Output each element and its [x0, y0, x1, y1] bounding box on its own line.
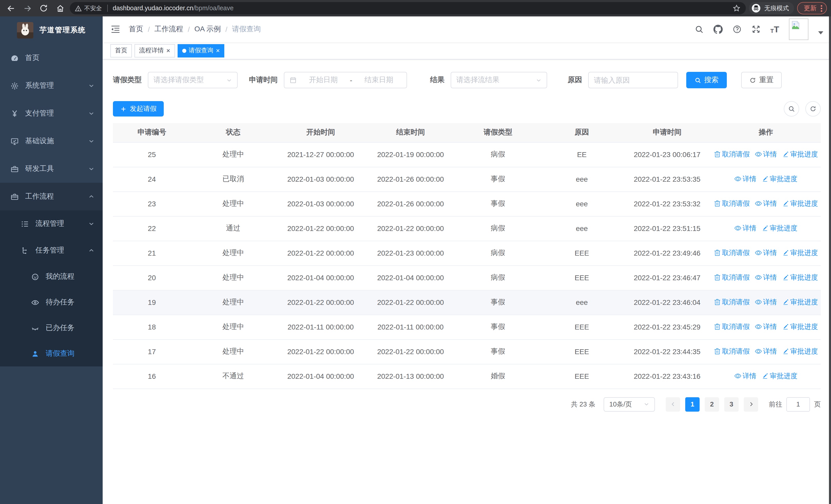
- show-search-button[interactable]: [784, 101, 799, 117]
- security-chip[interactable]: 不安全: [75, 4, 102, 12]
- breadcrumb-item[interactable]: 首页: [129, 25, 143, 34]
- cell-type: 病假: [456, 216, 541, 241]
- cancel-leave-link[interactable]: 取消请假: [714, 322, 750, 331]
- approval-progress-link[interactable]: 审批进度: [782, 273, 818, 282]
- detail-link[interactable]: 详情: [755, 273, 777, 282]
- close-icon[interactable]: ×: [166, 47, 170, 54]
- help-icon[interactable]: [733, 25, 742, 34]
- icon-view: [734, 373, 741, 380]
- page-size-select[interactable]: 10条/页: [604, 397, 655, 411]
- next-page-button[interactable]: [744, 397, 758, 411]
- sidebar-item-infrastructure[interactable]: 基础设施: [0, 127, 103, 155]
- detail-link[interactable]: 详情: [755, 298, 777, 307]
- tag-leave-query[interactable]: 请假查询 ×: [177, 44, 224, 57]
- sidebar-item-done-tasks[interactable]: 已办任务: [0, 315, 103, 341]
- breadcrumb-item[interactable]: OA 示例: [195, 25, 221, 34]
- tag-home[interactable]: 首页: [110, 44, 132, 57]
- cell-status: 处理中: [191, 290, 276, 315]
- sidebar-item-my-process[interactable]: 我的流程: [0, 264, 103, 290]
- approval-progress-link[interactable]: 审批进度: [762, 372, 797, 381]
- icon-view: [755, 348, 762, 355]
- cancel-leave-link[interactable]: 取消请假: [714, 273, 750, 282]
- search-button[interactable]: 搜索: [686, 72, 727, 88]
- sidebar-item-home[interactable]: 首页: [0, 44, 103, 72]
- detail-link[interactable]: 详情: [755, 248, 777, 258]
- approval-progress-link[interactable]: 审批进度: [782, 248, 818, 258]
- icon-edit: [782, 274, 789, 281]
- page-button-2[interactable]: 2: [705, 397, 719, 411]
- github-icon[interactable]: [713, 25, 723, 34]
- sidebar-item-task-management[interactable]: 任务管理: [0, 237, 103, 264]
- approval-progress-link[interactable]: 审批进度: [782, 298, 818, 307]
- browser-update-button[interactable]: 更新: [797, 2, 827, 14]
- cell-id: 17: [113, 339, 191, 364]
- cell-start: 2022-01-22 00:00:00: [276, 339, 366, 364]
- yen-icon: [10, 109, 19, 118]
- detail-link[interactable]: 详情: [755, 347, 777, 356]
- chevron-down-icon: [88, 110, 94, 117]
- create-leave-button[interactable]: 发起请假: [113, 101, 164, 117]
- leave-type-placeholder: 请选择请假类型: [153, 76, 204, 85]
- sidebar-item-payment[interactable]: 支付管理: [0, 99, 103, 127]
- address-bar[interactable]: 不安全 dashboard.yudao.iocoder.cn/bpm/oa/le…: [70, 2, 746, 14]
- page-button-3[interactable]: 3: [724, 397, 739, 411]
- cancel-leave-link[interactable]: 取消请假: [714, 199, 750, 208]
- sidebar-item-system[interactable]: 系统管理: [0, 72, 103, 99]
- goto-page-input[interactable]: [786, 397, 810, 411]
- refresh-table-button[interactable]: [805, 101, 821, 117]
- browser-forward-button[interactable]: [21, 2, 34, 15]
- sidebar-item-workflow[interactable]: 工作流程: [0, 183, 103, 210]
- fullscreen-icon[interactable]: [751, 25, 761, 34]
- sidebar-item-dev-tools[interactable]: 研发工具: [0, 155, 103, 183]
- navbar-actions: TT: [694, 19, 823, 40]
- browser-refresh-button[interactable]: [37, 2, 50, 15]
- cell-end: 2022-01-22 00:00:00: [366, 339, 456, 364]
- sidebar-toggle-icon[interactable]: [110, 24, 121, 34]
- sidebar-item-leave-query[interactable]: 请假查询: [0, 341, 103, 366]
- leave-type-select[interactable]: 请选择请假类型: [148, 72, 238, 88]
- breadcrumb-separator: /: [188, 25, 190, 33]
- browser-menu-icon[interactable]: [821, 5, 822, 11]
- start-date-placeholder: 开始日期: [301, 76, 346, 85]
- breadcrumb-item[interactable]: 工作流程: [154, 25, 183, 34]
- header-leave-type: 请假类型: [456, 123, 541, 142]
- result-select[interactable]: 请选择流结果: [451, 72, 547, 88]
- sidebar-item-process-management[interactable]: 流程管理: [0, 210, 103, 237]
- reset-button[interactable]: 重置: [741, 72, 782, 88]
- detail-link[interactable]: 详情: [734, 224, 756, 233]
- avatar[interactable]: [789, 19, 808, 40]
- approval-progress-link[interactable]: 审批进度: [782, 347, 818, 356]
- close-icon[interactable]: ×: [216, 47, 220, 54]
- tag-label: 请假查询: [189, 46, 213, 55]
- detail-link[interactable]: 详情: [755, 322, 777, 331]
- apply-time-range-picker[interactable]: 开始日期 - 结束日期: [284, 72, 407, 88]
- window-scrollbar[interactable]: [829, 17, 831, 504]
- cancel-leave-link[interactable]: 取消请假: [714, 248, 750, 258]
- cancel-leave-link[interactable]: 取消请假: [714, 298, 750, 307]
- approval-progress-link[interactable]: 审批进度: [762, 224, 797, 233]
- prev-page-button[interactable]: [666, 397, 680, 411]
- cancel-leave-link[interactable]: 取消请假: [714, 347, 750, 356]
- font-size-icon[interactable]: TT: [770, 25, 779, 34]
- bookmark-star-icon[interactable]: [733, 4, 741, 12]
- cell-type: 事假: [456, 290, 541, 315]
- detail-link[interactable]: 详情: [755, 150, 777, 159]
- refresh-icon: [749, 77, 756, 83]
- browser-home-button[interactable]: [53, 2, 67, 15]
- approval-progress-link[interactable]: 审批进度: [782, 150, 818, 159]
- page-button-1[interactable]: 1: [685, 397, 699, 411]
- detail-link[interactable]: 详情: [734, 175, 756, 184]
- sidebar-item-todo-tasks[interactable]: 待办任务: [0, 290, 103, 315]
- approval-progress-link[interactable]: 审批进度: [782, 322, 818, 331]
- browser-back-button[interactable]: [4, 2, 18, 15]
- avatar-dropdown-caret-icon[interactable]: [818, 31, 823, 34]
- approval-progress-link[interactable]: 审批进度: [762, 175, 797, 184]
- tag-process-detail[interactable]: 流程详情 ×: [135, 44, 175, 57]
- app-logo-row[interactable]: 芋道管理系统: [0, 17, 103, 44]
- approval-progress-link[interactable]: 审批进度: [782, 199, 818, 208]
- detail-link[interactable]: 详情: [734, 372, 756, 381]
- search-icon[interactable]: [694, 25, 704, 34]
- cancel-leave-link[interactable]: 取消请假: [714, 150, 750, 159]
- detail-link[interactable]: 详情: [755, 199, 777, 208]
- reason-input[interactable]: [588, 72, 678, 88]
